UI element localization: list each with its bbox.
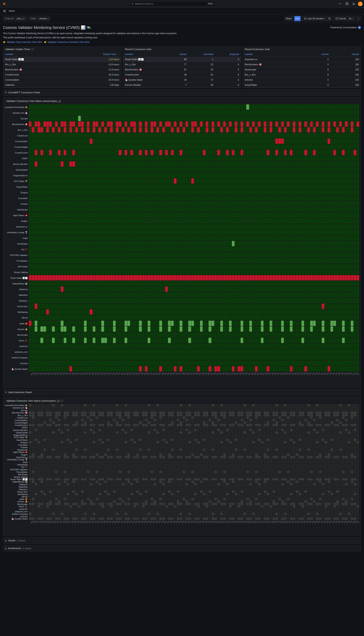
table-row[interactable]: CrowdControl39610	[123, 72, 241, 77]
heatmap-ylabel: 🦄 Quokka Stake	[5, 366, 29, 372]
table-row[interactable]: CrowdControl20.4 hours	[3, 72, 121, 77]
grafana-logo[interactable]	[2, 1, 7, 7]
heatmap-ylabel: Interstellar Lounge 🍸	[5, 458, 29, 461]
heatmap-ylabel: 🦄 Quokka Stake	[5, 518, 29, 520]
dashboard-toolbar: Chain ID pion_1▾ Chain neutron▾ Share Ed…	[0, 15, 364, 23]
heatmap-ylabel: Keplr	[5, 461, 29, 463]
table-row[interactable]: w3coins0100	[243, 77, 361, 83]
heatmap-ylabel: Virtual Hive	[5, 303, 29, 309]
info-icon[interactable]: i	[31, 48, 34, 51]
var-chain-id[interactable]: Chain ID pion_1▾	[3, 16, 27, 21]
heatmap-ylabel: Stake&Relax 🦥	[5, 481, 29, 483]
section-cometbft[interactable]: ▸ CometBFT Consensus Panel	[3, 89, 361, 96]
heatmap-ylabel: WhVal	[5, 315, 29, 321]
heatmap-ylabel: Stakecito	[5, 483, 29, 486]
heatmap-ylabel: w3coins	[5, 515, 29, 518]
table-row[interactable]: Cosmostation23.0 hours	[3, 77, 121, 83]
table-row[interactable]: 🦄 Quokka Stake28720	[123, 77, 241, 83]
timerange-button[interactable]: Last 30 minutes ▾	[302, 16, 327, 21]
heatmap-ylabel: Lavender.Five Nodes 🐝	[5, 404, 29, 407]
heatmap-ylabel: Bro_n_Bro	[5, 127, 29, 133]
heatmap-ylabel: Imperator.co	[5, 224, 29, 230]
heatmap-ylabel: Silk Nodes	[5, 473, 29, 476]
table-row[interactable]: blockscape0100	[243, 67, 361, 72]
table-row[interactable]: BlockHunters 🎯12.0 hours	[3, 67, 121, 72]
heatmap-ylabel: Citadel.one	[5, 417, 29, 419]
link-duty[interactable]: Validator Duty Overview Click Here	[7, 41, 42, 44]
heatmap-ylabel: Simply Staking	[5, 269, 29, 275]
section-eventnonce[interactable]: ▸ Eventnonce (1 panel)	[3, 545, 361, 551]
heatmap-ylabel: Imperator.co	[5, 456, 29, 458]
heatmap-ylabel: CrowdControl	[5, 424, 29, 426]
table-row[interactable]: BlockHunters 🎯0100	[243, 62, 361, 67]
extension-table: moniker commit missed Imperator.co0100Bl…	[243, 52, 361, 88]
heatmap-ylabel: testnet-Compass	[5, 355, 29, 361]
chevron-right-icon: ▸	[6, 539, 7, 542]
table-row[interactable]: Bro_n_Bro77230	[123, 62, 241, 67]
svg-line-11	[330, 19, 331, 20]
heatmap-ylabel: Smart Stake 📊📈	[5, 275, 29, 281]
table-row[interactable]: Imperator.co0100	[243, 57, 361, 62]
heatmap-ylabel: Smart Stake 📊📈	[5, 478, 29, 481]
heatmap-ylabel: ECO Stake 🌱	[5, 178, 29, 184]
heatmap-ylabel: DSRV	[5, 426, 29, 429]
heatmap-ylabel: w3coins	[5, 361, 29, 366]
avatar[interactable]	[358, 2, 362, 6]
breadcrumb-home[interactable]: Home	[9, 10, 15, 12]
section-vote-extension[interactable]: ▸ Vote Extension Panel	[3, 389, 361, 395]
heatmap-ylabel: kjnodes.com 🦄	[5, 110, 29, 116]
heatmap-ylabel: Cosmostation	[5, 419, 29, 421]
table-row[interactable]: Easy2Stake0100	[243, 83, 361, 88]
svg-point-3	[347, 4, 347, 5]
menu-toggle-icon[interactable]	[2, 9, 7, 13]
panel-golden-timer: Validator Golden Timeri moniker▽ Golden …	[3, 47, 121, 88]
table-row[interactable]: Smart Stake 📊📈1.22 hours	[3, 57, 121, 62]
heatmap-ylabel: 01node	[5, 409, 29, 412]
heatmap-ylabel: cherry 🍒	[5, 338, 29, 344]
cancel-refresh-button[interactable]: Cancel	[333, 16, 348, 21]
chevron-down-icon: ▸	[5, 392, 8, 393]
zoom-out-button[interactable]	[327, 16, 332, 21]
heatmap-ylabel: CroutonDigital	[5, 144, 29, 150]
heatmap-ylabel: Keplr	[5, 235, 29, 241]
heatmap-ylabel: Citadel.one	[5, 133, 29, 139]
heatmap-ylabel: Stakecito	[5, 286, 29, 292]
heatmap-ylabel: blockscape	[5, 503, 29, 505]
expand-button[interactable]	[356, 16, 361, 21]
panel-extension-vote: Recent Extension Vote moniker commit mis…	[243, 47, 361, 88]
heatmap-ylabel: CroutonDigital	[5, 421, 29, 424]
heatmap-ylabel: WhVal	[5, 495, 29, 498]
heatmap-ylabel: cherry 🍒	[5, 505, 29, 508]
heatmap-ylabel: BlockHunters 🎯	[5, 412, 29, 414]
page-title: Cosmos Validator Monitoring Service (CVM…	[3, 25, 91, 30]
add-button[interactable]: +▾	[338, 1, 343, 7]
table-row[interactable]: Bro_n_Bro8.24 hours	[3, 62, 121, 67]
panel-title: Validator Golden Timer	[5, 48, 30, 51]
heatmap-ylabel: WeStaking	[5, 309, 29, 315]
share-button[interactable]: Share	[284, 16, 293, 21]
news-icon[interactable]	[351, 1, 356, 7]
table-row[interactable]: Bro_n_Bro0100	[243, 72, 361, 77]
heatmap-ylabel: BlockHunters 🎯	[5, 121, 29, 127]
var-chain[interactable]: Chain neutron▾	[28, 16, 50, 21]
link-consensus[interactable]: Validator Consensus Overview Click Here	[48, 41, 90, 44]
heatmap-ylabel: blockscape	[5, 332, 29, 338]
table-row[interactable]: Smart Stake 📊📈9910	[123, 57, 241, 62]
table-row[interactable]: Deroris Moniker7930	[123, 83, 241, 88]
heatmap-ylabel: Deroris Moniker	[5, 429, 29, 431]
svg-point-4	[352, 4, 353, 5]
info-icon[interactable]: i	[60, 400, 63, 402]
heatmap-ylabel: 01node	[5, 116, 29, 121]
section-oracle[interactable]: ▸ Oracle (1 panel)	[3, 537, 361, 544]
svg-point-0	[132, 3, 133, 4]
table-row[interactable]: Stakecito1.05 days	[3, 83, 121, 88]
search-placeholder: Search or jump to...	[135, 3, 155, 5]
heatmap-ylabel: P2P.ORG Validator	[5, 468, 29, 471]
search-input[interactable]: Search or jump to... ⌘+k	[130, 1, 215, 7]
refresh-interval-button[interactable]: 5s▾	[348, 16, 355, 21]
consensus-table: moniker missed commited proposed Smart S…	[123, 52, 241, 88]
help-icon[interactable]	[344, 1, 350, 7]
chevron-right-icon: ▸	[6, 547, 7, 550]
edit-button[interactable]: Edit	[294, 16, 301, 21]
table-row[interactable]: BlockHunters 🎯67330	[123, 67, 241, 72]
